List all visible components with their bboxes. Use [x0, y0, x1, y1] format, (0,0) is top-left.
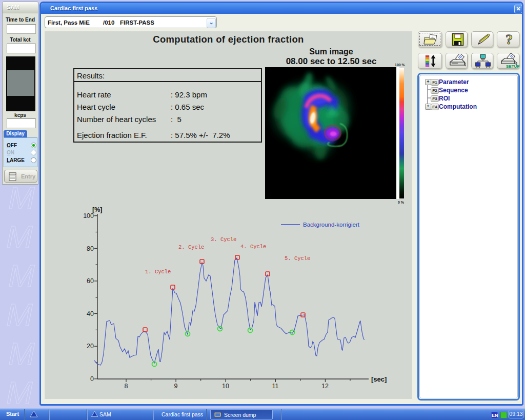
svg-text:[%]: [%]: [92, 206, 102, 213]
svg-text:3. Cycle: 3. Cycle: [211, 236, 236, 243]
svg-text:9: 9: [174, 383, 178, 390]
svg-text:8: 8: [125, 383, 128, 390]
svg-text:11: 11: [272, 383, 279, 390]
svg-text:80: 80: [87, 245, 94, 252]
svg-text:[sec]: [sec]: [371, 375, 387, 383]
svg-text:Background-korrigiert: Background-korrigiert: [303, 222, 360, 228]
svg-text:12: 12: [321, 383, 329, 390]
svg-text:2. Cycle: 2. Cycle: [178, 244, 204, 250]
svg-text:60: 60: [87, 277, 94, 285]
svg-text:0: 0: [90, 375, 94, 383]
svg-text:5. Cycle: 5. Cycle: [285, 255, 310, 262]
svg-text:10: 10: [222, 383, 229, 390]
svg-text:1. Cycle: 1. Cycle: [145, 269, 171, 275]
svg-text:4. Cycle: 4. Cycle: [240, 244, 266, 250]
svg-text:40: 40: [87, 310, 94, 317]
svg-text:100: 100: [83, 212, 94, 219]
svg-text:20: 20: [87, 343, 94, 350]
